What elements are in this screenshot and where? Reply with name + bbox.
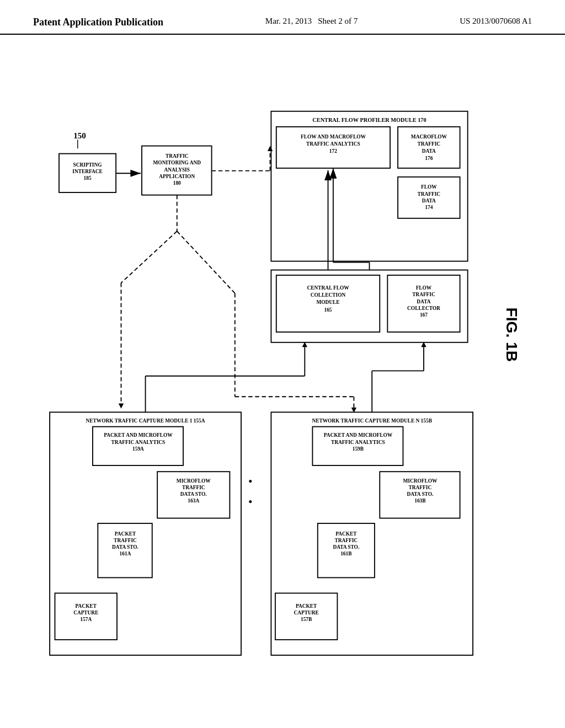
svg-text:COLLECTION: COLLECTION bbox=[311, 292, 346, 298]
svg-text:180: 180 bbox=[173, 180, 181, 186]
header-right: US 2013/0070608 A1 bbox=[460, 17, 532, 26]
svg-text:SCRIPTING: SCRIPTING bbox=[73, 162, 103, 168]
svg-text:FLOW: FLOW bbox=[416, 285, 432, 291]
svg-text:PACKET: PACKET bbox=[76, 603, 97, 609]
svg-text:PACKET: PACKET bbox=[296, 603, 317, 609]
svg-text:DATA STO.: DATA STO. bbox=[407, 491, 433, 497]
svg-text:TRAFFIC ANALYTICS: TRAFFIC ANALYTICS bbox=[306, 141, 360, 147]
svg-text:159B: 159B bbox=[353, 446, 364, 452]
svg-text:185: 185 bbox=[84, 175, 92, 181]
svg-text:163B: 163B bbox=[414, 498, 425, 504]
svg-text:163A: 163A bbox=[188, 498, 199, 504]
svg-text:DATA: DATA bbox=[422, 198, 436, 204]
svg-text:165: 165 bbox=[324, 307, 332, 313]
svg-line-75 bbox=[177, 231, 235, 293]
flow-macro-analytics-box bbox=[276, 127, 390, 168]
svg-text:TRAFFIC: TRAFFIC bbox=[412, 292, 435, 297]
svg-text:TRAFFIC: TRAFFIC bbox=[418, 191, 441, 197]
header-center: Mar. 21, 2013 Sheet 2 of 7 bbox=[265, 17, 358, 26]
svg-text:TRAFFIC: TRAFFIC bbox=[335, 538, 358, 543]
svg-text:APPLICATION: APPLICATION bbox=[159, 174, 195, 179]
svg-text:174: 174 bbox=[425, 205, 433, 210]
svg-text:FLOW: FLOW bbox=[421, 184, 437, 190]
svg-marker-74 bbox=[119, 403, 124, 408]
svg-line-72 bbox=[121, 231, 177, 283]
svg-text:159A: 159A bbox=[132, 446, 144, 452]
svg-text:TRAFFIC ANALYTICS: TRAFFIC ANALYTICS bbox=[331, 440, 385, 445]
macroflow-data-box bbox=[398, 127, 460, 168]
svg-text:DATA: DATA bbox=[417, 299, 430, 304]
svg-text:DATA STO.: DATA STO. bbox=[180, 491, 207, 497]
svg-text:TRAFFIC: TRAFFIC bbox=[182, 485, 205, 490]
diagram-svg: 150 SCRIPTING INTERFACE 185 TRAFFIC MONI… bbox=[0, 35, 565, 697]
svg-text:CAPTURE: CAPTURE bbox=[294, 610, 319, 615]
svg-text:PACKET: PACKET bbox=[115, 531, 136, 537]
ref-150: 150 bbox=[73, 131, 86, 140]
svg-text:ANALYSIS: ANALYSIS bbox=[164, 167, 190, 173]
svg-text:176: 176 bbox=[425, 156, 433, 161]
svg-text:DATA STO.: DATA STO. bbox=[112, 544, 138, 550]
svg-text:PACKET: PACKET bbox=[335, 531, 357, 537]
fig-label: FIG. 1B bbox=[503, 308, 520, 362]
svg-text:CAPTURE: CAPTURE bbox=[73, 610, 98, 615]
svg-text:CENTRAL FLOW PROFILER MODULE 1: CENTRAL FLOW PROFILER MODULE 170 bbox=[312, 117, 426, 123]
svg-text:DATA STO.: DATA STO. bbox=[333, 544, 359, 550]
svg-text:INTERFACE: INTERFACE bbox=[72, 169, 102, 174]
svg-text:MONITORING AND: MONITORING AND bbox=[153, 160, 201, 165]
svg-text:•: • bbox=[249, 496, 253, 507]
page-header: Patent Application Publication Mar. 21, … bbox=[0, 0, 565, 35]
svg-text:161B: 161B bbox=[340, 551, 351, 556]
svg-text:TRAFFIC: TRAFFIC bbox=[418, 141, 441, 147]
header-left: Patent Application Publication bbox=[33, 17, 163, 28]
svg-text:172: 172 bbox=[329, 148, 337, 154]
svg-text:MICROFLOW: MICROFLOW bbox=[177, 478, 211, 484]
svg-text:PACKET AND MICROFLOW: PACKET AND MICROFLOW bbox=[104, 432, 173, 438]
svg-text:TRAFFIC: TRAFFIC bbox=[114, 538, 137, 543]
svg-text:MACROFLOW: MACROFLOW bbox=[411, 134, 447, 140]
diagram-area: 150 SCRIPTING INTERFACE 185 TRAFFIC MONI… bbox=[0, 35, 565, 697]
svg-text:157A: 157A bbox=[80, 617, 92, 622]
svg-text:MICROFLOW: MICROFLOW bbox=[403, 478, 438, 484]
svg-text:•: • bbox=[249, 475, 253, 487]
svg-text:TRAFFIC: TRAFFIC bbox=[166, 153, 189, 159]
svg-text:NETWORK TRAFFIC CAPTURE MODULE: NETWORK TRAFFIC CAPTURE MODULE N 155B bbox=[312, 418, 431, 424]
svg-text:157B: 157B bbox=[301, 617, 312, 622]
svg-text:PACKET AND MICROFLOW: PACKET AND MICROFLOW bbox=[324, 432, 393, 438]
svg-text:TRAFFIC ANALYTICS: TRAFFIC ANALYTICS bbox=[111, 440, 166, 445]
svg-text:MODULE: MODULE bbox=[316, 299, 339, 305]
svg-text:FLOW AND MACROFLOW: FLOW AND MACROFLOW bbox=[301, 134, 366, 140]
svg-text:NETWORK TRAFFIC CAPTURE MODULE: NETWORK TRAFFIC CAPTURE MODULE 1 155A bbox=[86, 418, 205, 424]
svg-text:167: 167 bbox=[420, 312, 428, 318]
svg-text:CENTRAL FLOW: CENTRAL FLOW bbox=[307, 285, 349, 291]
svg-text:COLLECTOR: COLLECTOR bbox=[407, 306, 440, 311]
svg-text:TRAFFIC: TRAFFIC bbox=[409, 485, 432, 490]
svg-text:DATA: DATA bbox=[422, 148, 436, 154]
svg-text:161A: 161A bbox=[120, 551, 131, 556]
